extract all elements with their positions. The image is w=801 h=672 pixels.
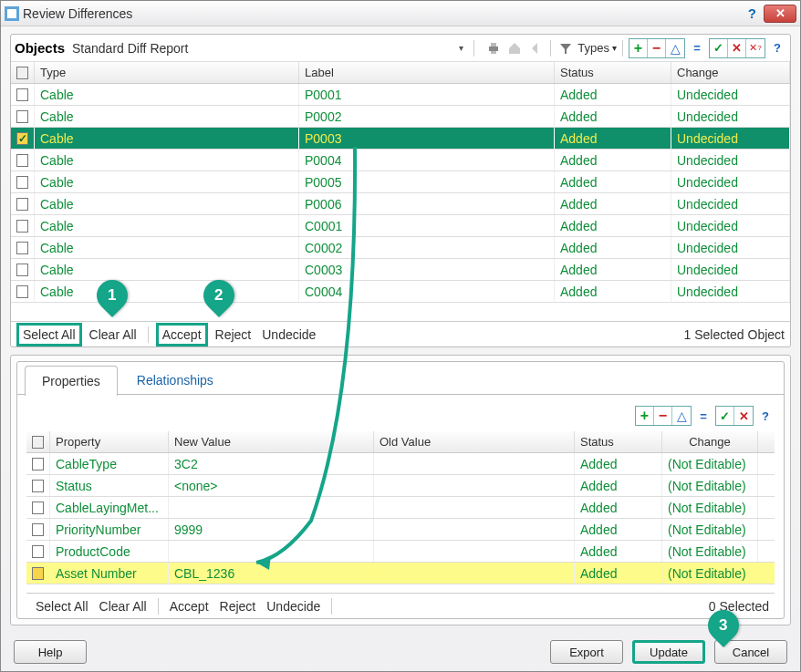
row-checkbox[interactable]	[32, 523, 44, 536]
table-row[interactable]: CableP0003AddedUndecided	[11, 128, 790, 150]
column-new-value[interactable]: New Value	[169, 431, 374, 452]
row-checkbox[interactable]	[32, 545, 44, 558]
filter-icon[interactable]	[557, 39, 575, 57]
cell-old-value	[374, 475, 575, 496]
svg-rect-3	[491, 43, 496, 47]
row-checkbox[interactable]	[16, 264, 28, 276]
cell-status: Added	[555, 84, 671, 105]
row-checkbox[interactable]	[32, 458, 44, 470]
row-checkbox[interactable]	[32, 501, 44, 514]
selection-count: 1 Selected Object	[683, 327, 785, 342]
export-button[interactable]: Export	[550, 640, 623, 664]
table-row[interactable]: CableP0006AddedUndecided	[11, 193, 790, 215]
row-checkbox[interactable]	[16, 88, 28, 101]
column-change[interactable]: Change	[671, 62, 790, 83]
cell-property: Status	[50, 475, 169, 496]
filter-undecided-icon[interactable]: ✕?	[746, 39, 765, 57]
svg-rect-2	[489, 47, 498, 51]
prop-filter-equal-icon[interactable]: =	[694, 407, 713, 425]
column-label[interactable]: Label	[299, 62, 555, 83]
diff-view-selector[interactable]: Standard Diff Report	[72, 41, 452, 56]
property-row[interactable]: PriorityNumber9999Added(Not Editable)	[26, 519, 775, 541]
row-checkbox[interactable]	[16, 242, 28, 254]
prop-undecide-button[interactable]: Undecide	[263, 597, 324, 615]
row-checkbox[interactable]	[16, 176, 28, 189]
prop-help-icon[interactable]: ?	[756, 407, 775, 425]
column-type[interactable]: Type	[35, 62, 299, 83]
table-row[interactable]: CableC0001AddedUndecided	[11, 215, 790, 237]
prop-select-all-checkbox[interactable]	[32, 436, 44, 449]
prop-select-all-button[interactable]: Select All	[32, 597, 92, 615]
property-row[interactable]: CableLayingMet...Added(Not Editable)	[26, 497, 775, 519]
row-checkbox[interactable]	[16, 110, 28, 123]
cell-label: P0006	[299, 193, 555, 214]
undecide-button[interactable]: Undecide	[258, 326, 319, 344]
select-all-button[interactable]: Select All	[16, 323, 82, 346]
clear-all-button[interactable]: Clear All	[86, 326, 140, 344]
tab-properties[interactable]: Properties	[25, 366, 118, 396]
cell-new-value	[169, 497, 374, 518]
cell-label: C0001	[299, 215, 555, 236]
cell-label: P0004	[299, 150, 555, 171]
table-row[interactable]: CableC0002AddedUndecided	[11, 237, 790, 259]
help-button[interactable]: Help	[14, 640, 87, 664]
column-status[interactable]: Status	[555, 62, 671, 83]
row-checkbox[interactable]	[16, 198, 28, 211]
table-row[interactable]: CableP0002AddedUndecided	[11, 106, 790, 128]
help-icon[interactable]: ?	[748, 5, 756, 21]
row-checkbox[interactable]	[32, 480, 44, 492]
prop-accept-button[interactable]: Accept	[166, 597, 213, 615]
prop-filter-modified-icon[interactable]: △	[672, 407, 691, 425]
prop-filter-accepted-icon[interactable]: ✓	[716, 407, 734, 425]
help-toolbar-icon[interactable]: ?	[768, 39, 786, 57]
chevron-down-icon[interactable]: ▾	[459, 43, 463, 53]
accept-button[interactable]: Accept	[156, 323, 208, 346]
filter-added-icon[interactable]: +	[629, 39, 648, 57]
table-row[interactable]: CableP0001AddedUndecided	[11, 84, 790, 106]
home-icon	[505, 39, 524, 57]
row-checkbox[interactable]	[16, 220, 28, 233]
prop-filter-added-icon[interactable]: +	[636, 407, 654, 425]
cell-type: Cable	[35, 106, 299, 127]
filter-equal-icon[interactable]: =	[688, 39, 706, 57]
table-row[interactable]: CableP0004AddedUndecided	[11, 150, 790, 171]
column-old-value[interactable]: Old Value	[374, 431, 575, 452]
update-button[interactable]: Update	[632, 640, 705, 664]
select-all-checkbox[interactable]	[16, 67, 28, 79]
prop-clear-all-button[interactable]: Clear All	[96, 597, 151, 615]
column-property[interactable]: Property	[50, 431, 169, 452]
column-prop-change[interactable]: Change	[662, 431, 758, 452]
filter-removed-icon[interactable]: −	[648, 39, 666, 57]
filter-modified-icon[interactable]: △	[666, 39, 684, 57]
cell-status: Added	[555, 193, 671, 214]
prop-filter-rejected-icon[interactable]: ✕	[734, 407, 753, 425]
prop-filter-removed-icon[interactable]: −	[654, 407, 672, 425]
filter-accepted-icon[interactable]: ✓	[710, 39, 728, 57]
property-row[interactable]: Status<none>Added(Not Editable)	[26, 475, 775, 497]
reject-button[interactable]: Reject	[212, 326, 255, 344]
types-filter[interactable]: Types ▾	[577, 41, 617, 55]
property-row[interactable]: ProductCodeAdded(Not Editable)	[26, 541, 775, 563]
property-row[interactable]: Asset NumberCBL_1236Added(Not Editable)	[26, 563, 775, 584]
row-checkbox[interactable]	[32, 567, 44, 580]
cell-prop-status: Added	[575, 563, 662, 584]
cell-prop-change: (Not Editable)	[662, 563, 758, 584]
table-row[interactable]: CableC0003AddedUndecided	[11, 259, 790, 281]
close-button[interactable]: ✕	[764, 5, 796, 23]
properties-table-header: Property New Value Old Value Status Chan…	[26, 431, 775, 453]
filter-rejected-icon[interactable]: ✕	[728, 39, 746, 57]
table-row[interactable]: CableP0005AddedUndecided	[11, 171, 790, 193]
cell-type: Cable	[35, 84, 299, 105]
prop-reject-button[interactable]: Reject	[216, 597, 260, 615]
cell-type: Cable	[35, 171, 299, 192]
cell-property: Asset Number	[50, 563, 169, 584]
row-checkbox[interactable]	[16, 285, 28, 298]
column-prop-status[interactable]: Status	[575, 431, 662, 452]
print-icon[interactable]	[484, 39, 503, 57]
cell-status: Added	[555, 259, 671, 280]
row-checkbox[interactable]	[16, 132, 28, 145]
property-row[interactable]: CableType3C2Added(Not Editable)	[26, 453, 775, 475]
tab-relationships[interactable]: Relationships	[120, 365, 231, 395]
row-checkbox[interactable]	[16, 154, 28, 167]
cell-label: P0005	[299, 171, 555, 192]
